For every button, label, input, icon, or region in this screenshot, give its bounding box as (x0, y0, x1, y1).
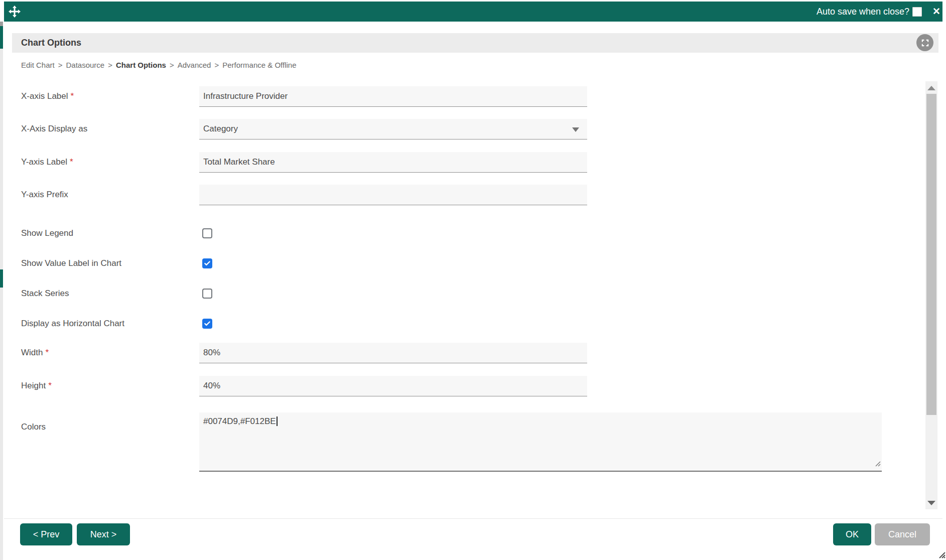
field-label-show-value-label: Show Value Label in Chart (21, 258, 121, 269)
y-axis-label-input[interactable] (199, 152, 587, 173)
breadcrumb-separator: > (108, 61, 112, 69)
colors-value: #0074D9,#F012BE (203, 416, 276, 426)
breadcrumb-separator: > (170, 61, 174, 69)
colors-textarea[interactable]: #0074D9,#F012BE (199, 412, 882, 472)
background-sliver (0, 269, 3, 288)
stack-series-checkbox[interactable] (202, 289, 212, 299)
field-label-height: Height* (21, 380, 52, 391)
height-input[interactable] (199, 376, 587, 396)
field-label-stack-series: Stack Series (21, 288, 69, 299)
vertical-scrollbar[interactable] (925, 81, 937, 509)
close-icon[interactable]: ✕ (932, 2, 940, 22)
cancel-button[interactable]: Cancel (875, 523, 930, 545)
show-legend-checkbox[interactable] (202, 228, 212, 238)
breadcrumb-separator: > (58, 61, 63, 69)
field-label-width: Width* (21, 347, 49, 358)
textarea-resize-handle[interactable] (874, 459, 881, 469)
fullscreen-button[interactable] (916, 34, 933, 51)
required-marker: * (71, 91, 74, 101)
background-sliver (0, 26, 3, 49)
required-marker: * (48, 381, 52, 390)
text-cursor (277, 416, 278, 426)
background-sliver (0, 288, 3, 560)
dialog-titlebar: Auto save when close? ✕ (4, 2, 942, 22)
prev-button[interactable]: < Prev (20, 523, 72, 545)
check-icon (204, 320, 211, 327)
breadcrumb-item-datasource[interactable]: Datasource (66, 61, 104, 69)
chevron-down-icon (572, 127, 579, 132)
scroll-up-icon[interactable] (927, 86, 935, 90)
required-marker: * (45, 348, 49, 357)
next-button[interactable]: Next > (77, 523, 130, 545)
horizontal-chart-checkbox[interactable] (202, 319, 212, 329)
field-label-colors: Colors (21, 422, 46, 433)
move-icon[interactable] (9, 6, 21, 18)
breadcrumb: Edit Chart>Datasource>Chart Options>Adva… (21, 61, 297, 69)
breadcrumb-item-advanced[interactable]: Advanced (178, 61, 211, 69)
breadcrumb-item-performance-offline[interactable]: Performance & Offline (222, 61, 296, 69)
autosave-label: Auto save when close? (817, 2, 909, 22)
field-label-y-axis-label: Y-axis Label* (21, 157, 73, 168)
window-resize-grip[interactable] (938, 551, 945, 560)
background-sliver (0, 49, 3, 269)
scrollbar-thumb[interactable] (926, 94, 936, 415)
field-label-show-legend: Show Legend (21, 228, 73, 239)
x-axis-display-as-select[interactable]: Category (199, 119, 587, 139)
page-title: Chart Options (21, 38, 81, 48)
width-input[interactable] (199, 343, 587, 363)
y-axis-prefix-input[interactable] (199, 185, 587, 205)
required-marker: * (70, 157, 73, 167)
section-header: Chart Options (12, 33, 938, 53)
check-icon (204, 260, 211, 267)
background-sliver (0, 22, 3, 26)
autosave-checkbox[interactable] (912, 7, 922, 17)
footer-divider (4, 518, 942, 519)
selected-option: Category (203, 124, 238, 133)
field-label-x-axis-label: X-axis Label* (21, 91, 74, 102)
ok-button[interactable]: OK (833, 523, 871, 545)
x-axis-label-input[interactable] (199, 86, 587, 107)
breadcrumb-separator: > (214, 61, 219, 69)
field-label-horizontal-chart: Display as Horizontal Chart (21, 318, 124, 329)
scroll-down-icon[interactable] (927, 501, 935, 505)
show-value-label-checkbox[interactable] (202, 258, 212, 268)
field-label-y-axis-prefix: Y-axis Prefix (21, 189, 68, 200)
field-label-x-axis-display-as: X-Axis Display as (21, 123, 87, 134)
breadcrumb-item-edit-chart[interactable]: Edit Chart (21, 61, 55, 69)
fullscreen-icon (921, 39, 929, 47)
chart-options-dialog: Auto save when close? ✕ Chart Options Ed… (0, 0, 946, 560)
breadcrumb-item-chart-options[interactable]: Chart Options (116, 61, 166, 69)
